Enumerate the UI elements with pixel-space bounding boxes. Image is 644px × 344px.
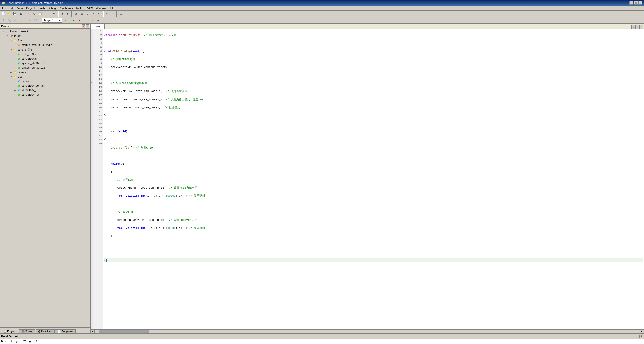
bookmark-btn[interactable]: ⊞: [73, 11, 79, 17]
project-icon: 🗂: [5, 29, 9, 33]
tree-system-c[interactable]: C system_stm32f10x.c: [0, 61, 90, 65]
tab-books[interactable]: 📚 Books: [19, 329, 35, 333]
target1-label: Target 1: [14, 34, 24, 37]
file-open2-btn[interactable]: 🗂: [118, 11, 124, 17]
code-rest-8: GPIOC->CRH &= ~GPIO_CRH_MODE13; // 清楚当前设…: [104, 89, 187, 93]
scroll-right-btn[interactable]: ▶: [640, 330, 644, 334]
code-rest-10: GPIOC->CRH &= ~GPIO_CRH_CNF13; // 推挽模式: [104, 106, 180, 110]
code-editor[interactable]: ⊟ ⊟ ⊟: [91, 29, 644, 333]
scroll-track[interactable]: [99, 330, 636, 333]
menu-file[interactable]: File: [1, 6, 8, 10]
step-into-btn[interactable]: ↓: [83, 18, 89, 23]
indent-btn[interactable]: ⇥: [91, 11, 96, 17]
code-content: ⊟ ⊟ ⊟: [91, 29, 644, 329]
close-button[interactable]: ✕: [638, 1, 642, 5]
code-line-17: while(1): [104, 162, 643, 166]
paste-btn[interactable]: 📋: [37, 11, 43, 17]
tree-core-folder[interactable]: ▼ 📁 core_cm3.c: [0, 47, 90, 52]
download-btn[interactable]: ⤓: [27, 18, 33, 23]
step-over-btn[interactable]: ↷: [89, 18, 95, 23]
code-line-11: }: [104, 114, 643, 118]
ln-2: 2: [94, 33, 102, 37]
tab-close[interactable]: ✕: [639, 25, 643, 29]
tree-project-root[interactable]: ▼ 🗂 Project: project: [0, 29, 90, 34]
run-to-cursor-btn[interactable]: →: [95, 18, 101, 23]
panel-pin-btn[interactable]: 📌: [82, 24, 85, 28]
tab-books-icon: 📚: [22, 330, 25, 333]
scroll-thumb[interactable]: [99, 330, 149, 333]
minimize-button[interactable]: —: [629, 1, 633, 5]
tab-nav-left[interactable]: ◀: [631, 25, 635, 29]
menu-project[interactable]: Project: [25, 6, 36, 10]
fold-10: [91, 65, 93, 69]
cut-btn[interactable]: ✂: [26, 11, 31, 17]
tree-system-h[interactable]: H system_stm32f10x.h: [0, 65, 90, 70]
tree-library-folder[interactable]: ▶ 📁 Library: [0, 70, 90, 74]
h-scrollbar[interactable]: ◀ ▶: [91, 329, 644, 333]
tab-nav-right[interactable]: ▶: [635, 25, 639, 29]
tree-main-c[interactable]: ▼ C main.c: [0, 79, 90, 83]
core-folder-icon: 📁: [13, 47, 17, 52]
tree-conf-h[interactable]: H stm32f10x_conf.h: [0, 83, 90, 88]
tab-functions[interactable]: {} Functions: [36, 329, 55, 333]
menu-flash[interactable]: Flash: [36, 6, 46, 10]
save-all-btn[interactable]: 🖫: [18, 11, 23, 17]
app-icon: 📁: [2, 1, 5, 5]
nav-fwd-btn[interactable]: ▶: [65, 11, 71, 17]
startup-label: startup_stm32f10x_md.s: [22, 43, 52, 46]
code-line-18: {: [104, 170, 643, 174]
tree-it-c[interactable]: ▶ C stm32f10x_it.c: [0, 88, 90, 92]
tree-core-h[interactable]: H core_cm3.h: [0, 52, 90, 56]
menu-peripherals[interactable]: Peripherals: [57, 6, 74, 10]
debug-btn[interactable]: 🔍: [33, 18, 39, 23]
menu-debug[interactable]: Debug: [46, 6, 57, 10]
stop-btn[interactable]: ■: [77, 18, 83, 23]
translate-btn[interactable]: ▷: [13, 18, 18, 23]
find-btn[interactable]: ⧈: [79, 11, 85, 17]
maximize-button[interactable]: □: [634, 1, 638, 5]
menu-view[interactable]: View: [16, 6, 25, 10]
fold-18: ⊟: [91, 97, 93, 102]
panel-close-btn[interactable]: ✕: [86, 24, 89, 28]
tree-start-folder[interactable]: ▼ 📁 Start: [0, 38, 90, 43]
editor-tab-main-c[interactable]: main.c: [91, 24, 105, 29]
run-btn[interactable]: ▶: [71, 18, 76, 23]
target-options-btn[interactable]: ⚙: [1, 18, 6, 23]
tree-user-folder[interactable]: ▼ 📁 User: [0, 74, 90, 79]
target-select[interactable]: Target 1: [42, 18, 62, 23]
code-lines[interactable]: #include "stm32f10x.h" // 确保包含对应的头文件 voi…: [103, 29, 644, 329]
nav-back-btn[interactable]: ◀: [59, 11, 65, 17]
tree-target1[interactable]: ▼ 🎯 Target 1: [0, 34, 90, 38]
menu-tools[interactable]: Tools: [74, 6, 84, 10]
target-select-arrow[interactable]: ▼: [62, 18, 68, 23]
uncomment-btn[interactable]: */: [110, 11, 116, 17]
tab-project-icon: 📋: [3, 330, 6, 333]
copy-btn[interactable]: ⧉: [32, 11, 37, 17]
fold-11: [91, 69, 93, 73]
it-h-icon: H: [17, 93, 21, 97]
menu-help[interactable]: Help: [107, 6, 116, 10]
build-btn[interactable]: ⊿: [19, 18, 24, 23]
build-output-pin-btn[interactable]: 📌: [639, 335, 643, 338]
tree-stm32h[interactable]: H stm32f10x.h: [0, 56, 90, 61]
open-btn[interactable]: 📂: [6, 11, 12, 17]
redo-btn[interactable]: ↪: [51, 11, 57, 17]
find-in-files-btn[interactable]: ⊟: [85, 11, 90, 17]
new-file-btn[interactable]: 📄: [1, 11, 6, 17]
undo-btn[interactable]: ↩: [46, 11, 51, 17]
menu-edit[interactable]: Edit: [8, 6, 16, 10]
menu-window[interactable]: Window: [94, 6, 107, 10]
menu-svcs[interactable]: SVCS: [84, 6, 94, 10]
save-btn[interactable]: 💾: [12, 11, 18, 17]
build-output: Build Output 📌 Build target 'Target 1' "…: [0, 333, 644, 344]
tab-templates[interactable]: 📄 Templates: [55, 329, 76, 333]
comment-btn[interactable]: /*: [104, 11, 110, 17]
tab-project[interactable]: 📋 Project: [1, 329, 18, 333]
ln-5: 5: [94, 45, 102, 49]
outdent-btn[interactable]: ⇤: [96, 11, 102, 17]
panel-controls: 📌 ✕: [82, 24, 89, 28]
scroll-left-btn[interactable]: ◀: [91, 330, 95, 334]
tree-it-h[interactable]: H stm32f10x_it.h: [0, 92, 90, 97]
manage-target-btn[interactable]: 🔧: [7, 18, 12, 23]
tree-startup[interactable]: S startup_stm32f10x_md.s: [0, 43, 90, 47]
